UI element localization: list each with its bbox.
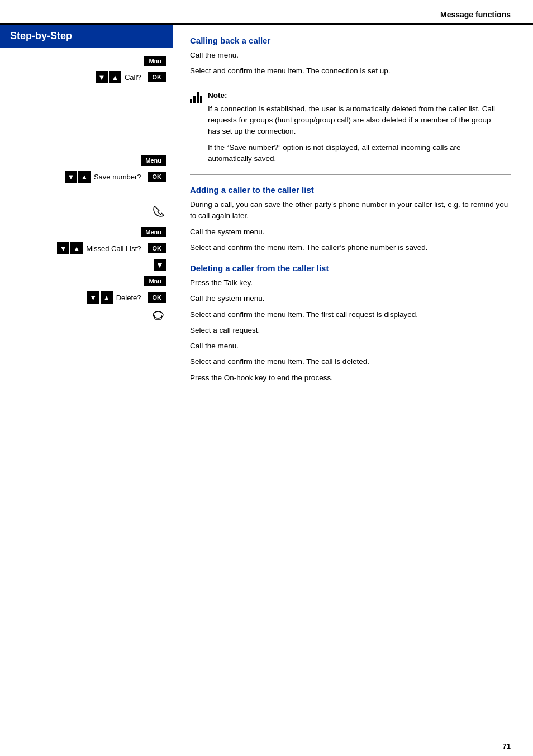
left-panel: Step-by-Step Mnu ▼ ▲ Call? OK Menu (0, 25, 173, 736)
section3-step1: Press the Talk key. (190, 277, 511, 289)
delete-label: Delete? (116, 294, 141, 302)
step-row-menu3: Menu (0, 224, 173, 240)
ok-button-3[interactable]: OK (148, 243, 166, 253)
step-row-down-only: ▼ (0, 257, 173, 273)
ok-button-4[interactable]: OK (148, 292, 166, 303)
step-row-menu2: Menu (0, 153, 173, 168)
right-panel: Calling back a caller Call the menu. Sel… (173, 25, 533, 736)
down-arrow-4: ▼ (87, 291, 99, 304)
section3-step3: Select and confirm the menu item. The fi… (190, 309, 511, 320)
section1-step1: Call the menu. (190, 50, 511, 61)
section1-step2: Select and confirm the menu item. The co… (190, 65, 511, 77)
mnu-button-3[interactable]: Mnu (144, 276, 166, 286)
note-para2: If the “Save number?” option is not disp… (208, 142, 504, 165)
page: Message functions Step-by-Step Mnu ▼ ▲ C… (0, 0, 533, 756)
page-header: Message functions (0, 0, 533, 25)
missed-call-label: Missed Call List? (86, 244, 141, 253)
step-by-step-header: Step-by-Step (0, 25, 173, 48)
up-arrow-1: ▲ (109, 71, 121, 83)
down-arrow-3: ▼ (57, 242, 69, 254)
step-row-mnu1: Mnu (0, 53, 173, 69)
step-by-step-title: Step-by-Step (10, 30, 72, 41)
page-number: 71 (0, 736, 533, 756)
spacer-note (0, 86, 173, 153)
up-arrow-4: ▲ (101, 291, 113, 304)
nav-arrows-4: ▼ ▲ (87, 291, 113, 304)
step-row-call: ▼ ▲ Call? OK (0, 69, 173, 86)
section3-step7: Press the On-hook key to end the process… (190, 372, 511, 384)
nav-arrows-2: ▼ ▲ (65, 171, 91, 183)
step-row-talk (0, 202, 173, 224)
section2-step2: Select and confirm the menu item. The ca… (190, 242, 511, 253)
section3-step5: Call the menu. (190, 341, 511, 352)
mnu-button-1[interactable]: Mnu (144, 56, 166, 66)
menu-button-3[interactable]: Menu (141, 227, 166, 237)
down-only-arrow: ▼ (154, 259, 166, 271)
bar-chart-icon (190, 91, 202, 103)
step-row-save: ▼ ▲ Save number? OK (0, 168, 173, 185)
section2-step1: Call the system menu. (190, 226, 511, 238)
header-title: Message functions (440, 10, 511, 19)
main-content: Step-by-Step Mnu ▼ ▲ Call? OK Menu (0, 25, 533, 736)
step-row-onhook (0, 306, 173, 329)
down-arrow-1: ▼ (96, 71, 108, 83)
note-box: Note: If a connection is established, th… (190, 84, 511, 176)
talk-icon (151, 204, 166, 222)
ok-button-2[interactable]: OK (148, 172, 166, 182)
section3-step4: Select a call request. (190, 325, 511, 336)
step-row-delete: ▼ ▲ Delete? OK (0, 289, 173, 306)
section1-title: Calling back a caller (190, 36, 511, 45)
ok-button-1[interactable]: OK (148, 72, 166, 82)
nav-arrows-1: ▼ ▲ (96, 71, 121, 83)
section2-title: Adding a caller to the caller list (190, 185, 511, 195)
nav-arrows-3: ▼ ▲ (57, 242, 83, 254)
save-number-label: Save number? (94, 173, 141, 181)
menu-button-2[interactable]: Menu (141, 155, 166, 166)
section3-step6: Select and confirm the menu item. The ca… (190, 356, 511, 367)
step-row-mnu3: Mnu (0, 273, 173, 289)
note-title: Note: (208, 90, 504, 101)
onhook-icon (150, 308, 166, 327)
note-para1: If a connection is established, the user… (208, 103, 504, 138)
section2-intro: During a call, you can save the other pa… (190, 199, 511, 222)
up-arrow-2: ▲ (78, 171, 91, 183)
section3-title: Deleting a caller from the caller list (190, 263, 511, 273)
up-arrow-3: ▲ (70, 242, 83, 254)
step-row-missed: ▼ ▲ Missed Call List? OK (0, 240, 173, 257)
section3-step2: Call the system menu. (190, 293, 511, 304)
note-content: Note: If a connection is established, th… (208, 90, 504, 169)
spacer-2 (0, 185, 173, 202)
call-label: Call? (125, 73, 141, 82)
note-bar-icon (190, 90, 202, 103)
down-arrow-2: ▼ (65, 171, 77, 183)
